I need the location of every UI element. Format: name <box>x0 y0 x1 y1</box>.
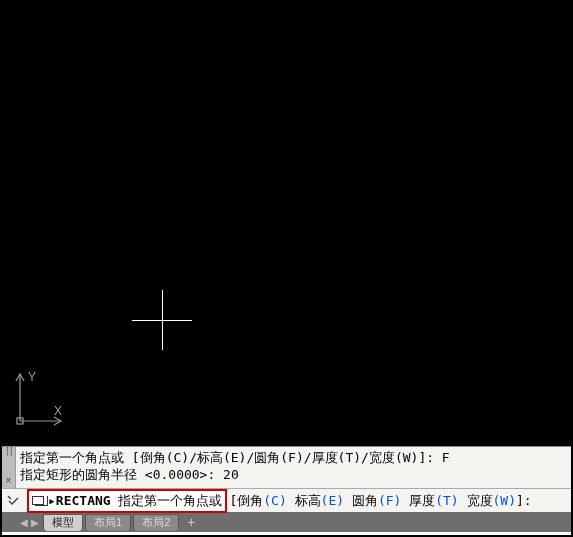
command-history-text[interactable]: 指定第一个角点或 [倒角(C)/标高(E)/圆角(F)/厚度(T)/宽度(W)]… <box>16 447 571 488</box>
drawing-viewport[interactable]: Y X <box>2 2 571 446</box>
active-command-name: RECTANG <box>56 493 111 508</box>
tab-layout1[interactable]: 布局1 <box>85 514 131 531</box>
grip-icon: ┋┋ <box>5 449 13 455</box>
tab-layout2[interactable]: 布局2 <box>133 514 179 531</box>
layout-tabs-bar: ◀▶ 模型 布局1 布局2 + <box>2 512 571 532</box>
tab-add-button[interactable]: + <box>181 514 201 530</box>
command-panel-handle[interactable]: ┋┋ × <box>2 447 16 488</box>
tab-scroll-arrows[interactable]: ◀▶ <box>16 517 43 528</box>
close-icon[interactable]: × <box>6 476 12 486</box>
command-prompt-text: 指定第一个角点或 <box>118 492 222 510</box>
command-options[interactable]: [倒角(C) 标高(E) 圆角(F) 厚度(T) 宽度(W)]: <box>229 492 531 510</box>
active-command-box: ▸ RECTANG 指定第一个角点或 <box>27 489 227 513</box>
ucs-y-label: Y <box>28 371 36 384</box>
tab-model[interactable]: 模型 <box>43 514 83 531</box>
customize-icon[interactable] <box>4 492 22 510</box>
command-history-panel: ┋┋ × 指定第一个角点或 [倒角(C)/标高(E)/圆角(F)/厚度(T)/宽… <box>2 446 571 488</box>
command-input-row[interactable]: ▸ RECTANG 指定第一个角点或 [倒角(C) 标高(E) 圆角(F) 厚度… <box>2 488 571 512</box>
ucs-icon: Y X <box>14 371 64 434</box>
command-caret: ▸ <box>48 493 56 508</box>
rectangle-icon <box>32 496 44 505</box>
ucs-x-label: X <box>54 404 62 418</box>
